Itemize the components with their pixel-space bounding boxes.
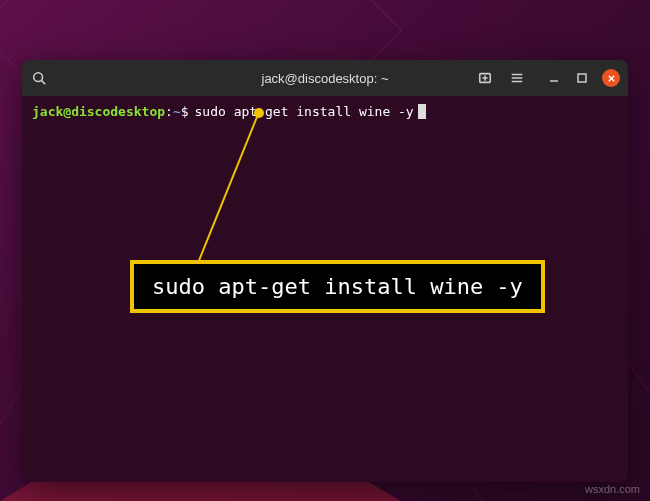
window-titlebar: jack@discodesktop: ~ (22, 60, 628, 96)
prompt-colon: : (165, 102, 173, 122)
new-tab-icon[interactable] (476, 69, 494, 87)
command-text: sudo apt-get install wine -y (195, 102, 414, 122)
prompt-path: ~ (173, 102, 181, 122)
close-button[interactable] (602, 69, 620, 87)
svg-line-1 (42, 81, 46, 85)
hamburger-menu-icon[interactable] (508, 69, 526, 87)
window-title: jack@discodesktop: ~ (261, 71, 388, 86)
prompt-symbol: $ (181, 102, 189, 122)
callout-anchor-dot (254, 108, 264, 118)
cursor-icon (418, 104, 426, 119)
svg-rect-9 (578, 74, 586, 82)
callout-text: sudo apt-get install wine -y (152, 274, 523, 299)
maximize-button[interactable] (574, 70, 590, 86)
svg-point-0 (34, 73, 43, 82)
prompt-line: jack@discodesktop:~$ sudo apt-get instal… (32, 102, 618, 122)
watermark-text: wsxdn.com (585, 483, 640, 495)
minimize-button[interactable] (546, 70, 562, 86)
callout-highlight-box: sudo apt-get install wine -y (130, 260, 545, 313)
prompt-user-host: jack@discodesktop (32, 102, 165, 122)
search-icon[interactable] (30, 69, 48, 87)
